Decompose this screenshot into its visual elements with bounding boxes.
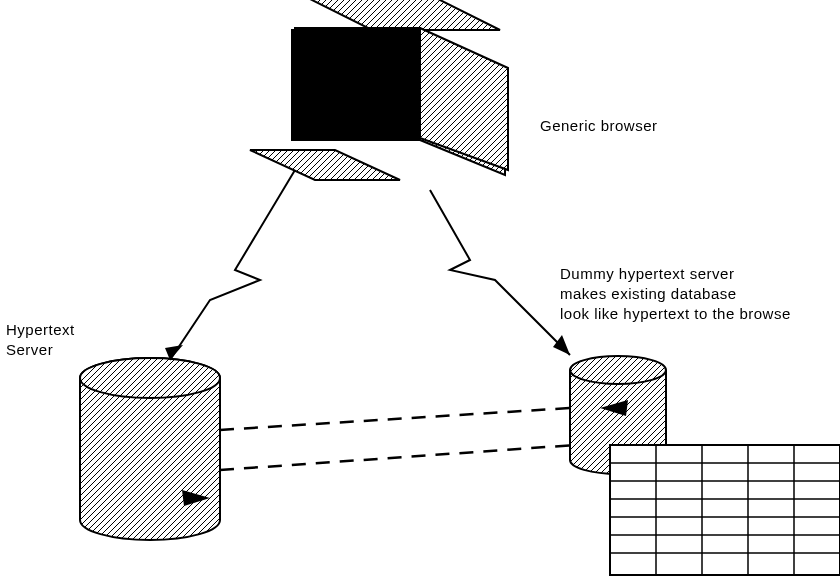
svg-line-33 xyxy=(220,445,575,470)
svg-marker-31 xyxy=(553,335,570,355)
svg-rect-19 xyxy=(610,445,840,575)
link-cylinders-icon xyxy=(182,400,628,506)
database-grid-icon xyxy=(610,445,840,575)
svg-point-17 xyxy=(80,358,220,398)
svg-line-32 xyxy=(220,408,570,430)
arrow-browser-to-dummy-icon xyxy=(430,190,570,355)
arrow-browser-to-hypertext-icon xyxy=(165,170,295,360)
diagram-svg xyxy=(0,0,840,580)
svg-marker-11 xyxy=(295,28,420,138)
hypertext-server-cylinder-icon xyxy=(80,358,220,540)
svg-marker-2 xyxy=(292,0,500,30)
svg-marker-12 xyxy=(420,28,508,170)
svg-marker-15 xyxy=(250,150,400,180)
svg-point-18 xyxy=(570,356,666,384)
